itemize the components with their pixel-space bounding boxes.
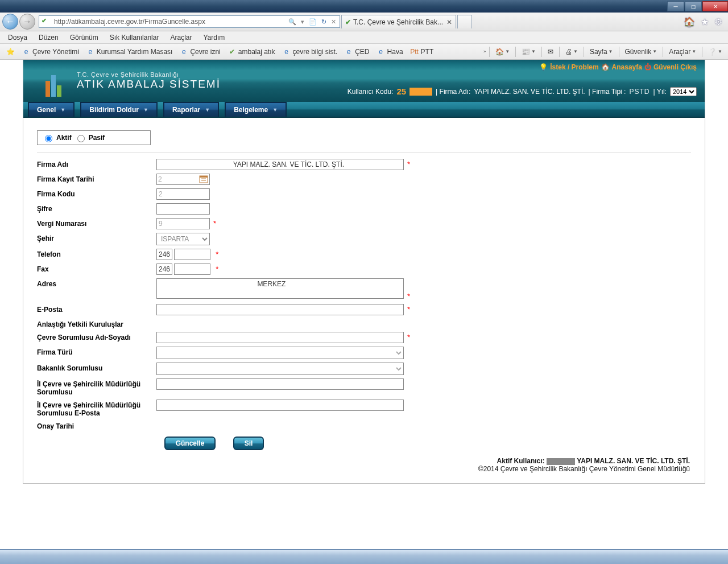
- bookmark-cevre-bilgi[interactable]: eçevre bilgi sist.: [280, 46, 340, 57]
- nav-back-button[interactable]: ←: [2, 14, 18, 30]
- tab-title: T.C. Çevre ve Şehircilik Bak...: [353, 18, 443, 26]
- mail-tool-icon[interactable]: ✉: [545, 47, 556, 57]
- add-favorite-icon[interactable]: ⭐: [3, 46, 17, 57]
- window-close-button[interactable]: ✕: [702, 1, 728, 11]
- bookmark-cevre-yonetimi[interactable]: eÇevre Yönetimi: [19, 46, 81, 57]
- url-input[interactable]: [53, 17, 285, 26]
- menu-view[interactable]: Görünüm: [65, 32, 103, 43]
- feeds-tool-icon[interactable]: 📰▼: [519, 47, 538, 57]
- tab-favicon-icon: ✔: [345, 18, 351, 26]
- refresh-icon[interactable]: ↻: [320, 18, 328, 26]
- stop-icon[interactable]: ✕: [330, 18, 337, 26]
- bookmark-yardim-masasi[interactable]: eKurumsal Yardım Masası: [84, 46, 175, 57]
- nav-forward-button[interactable]: →: [19, 14, 35, 30]
- bookmarks-right-tools: » 🏠▼ 📰▼ ✉ 🖨▼ Sayfa ▼ Güvenlik ▼ Araçlar …: [483, 47, 725, 57]
- print-tool-icon[interactable]: 🖨▼: [563, 47, 580, 57]
- settings-gear-icon[interactable]: ⚙: [714, 17, 722, 27]
- menu-tools[interactable]: Araçlar: [166, 32, 196, 43]
- menu-edit[interactable]: Düzen: [34, 32, 63, 43]
- compat-icon[interactable]: 📄: [308, 18, 318, 26]
- menu-help[interactable]: Yardım: [198, 32, 229, 43]
- browser-menu-bar: Dosya Düzen Görünüm Sık Kullanılanlar Ar…: [0, 31, 728, 44]
- new-tab-button[interactable]: [457, 15, 472, 28]
- bookmark-ambalaj-atik[interactable]: ✔ambalaj atık: [225, 46, 278, 57]
- search-icon[interactable]: 🔍: [287, 18, 297, 26]
- bookmarks-overflow-icon[interactable]: »: [483, 49, 486, 54]
- bookmark-ced[interactable]: eÇED: [342, 46, 371, 57]
- window-minimize-button[interactable]: ─: [667, 1, 684, 11]
- favorites-star-icon[interactable]: ★: [701, 17, 709, 27]
- bookmarks-bar: ⭐ eÇevre Yönetimi eKurumsal Yardım Masas…: [0, 44, 728, 60]
- help-tool-icon[interactable]: ❔▼: [706, 47, 725, 57]
- home-tool-icon[interactable]: 🏠▼: [493, 47, 512, 57]
- url-tools: 🔍 ▾ 📄 ↻ ✕: [287, 18, 337, 26]
- home-icon[interactable]: 🏠: [684, 17, 695, 27]
- menu-file[interactable]: Dosya: [3, 32, 32, 43]
- page-tool[interactable]: Sayfa ▼: [588, 47, 615, 57]
- window-maximize-button[interactable]: ◻: [685, 1, 702, 11]
- bookmark-ptt[interactable]: PttPTT: [408, 46, 436, 57]
- browser-top-icons: 🏠 ★ ⚙: [684, 17, 726, 27]
- tools-tool[interactable]: Araçlar ▼: [667, 47, 698, 57]
- bookmark-hava[interactable]: eHava: [374, 46, 406, 57]
- bookmark-cevre-izni[interactable]: eÇevre izni: [177, 46, 222, 57]
- site-favicon-icon: ✔: [42, 17, 51, 26]
- browser-nav-bar: ← → ✔ 🔍 ▾ 📄 ↻ ✕ ✔ T.C. Çevre ve Şehircil…: [0, 13, 728, 31]
- address-bar[interactable]: ✔ 🔍 ▾ 📄 ↻ ✕: [39, 15, 340, 28]
- menu-favorites[interactable]: Sık Kullanılanlar: [105, 32, 164, 43]
- tab-close-icon[interactable]: ✕: [446, 18, 452, 26]
- browser-tab-active[interactable]: ✔ T.C. Çevre ve Şehircilik Bak... ✕: [341, 15, 456, 28]
- safety-tool[interactable]: Güvenlik ▼: [623, 47, 660, 57]
- window-titlebar: ─ ◻ ✕: [0, 0, 728, 13]
